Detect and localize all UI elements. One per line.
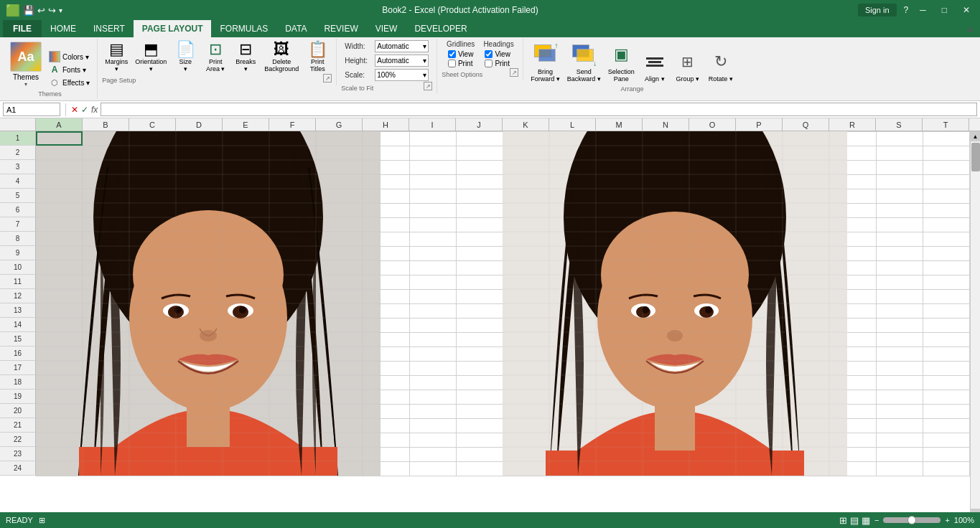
tab-file[interactable]: FILE <box>3 20 42 37</box>
col-header-E[interactable]: E <box>223 118 269 131</box>
scale-to-fit-group: Width: Automatic ▾ Height: Automatic ▾ S… <box>337 39 437 93</box>
selection-pane-button[interactable]: ▣ SelectionPane <box>605 40 638 84</box>
page-setup-launcher[interactable]: ↗ <box>323 74 332 82</box>
tab-view[interactable]: VIEW <box>367 20 406 37</box>
rotate-label: Rotate ▾ <box>709 75 733 82</box>
corner-cell <box>0 118 36 131</box>
group-button[interactable]: ⊞ Group ▾ <box>672 47 704 84</box>
zoom-thumb[interactable] <box>907 516 916 524</box>
tab-home[interactable]: HOME <box>42 20 85 37</box>
headings-print-check[interactable]: Print <box>483 59 513 68</box>
selection-pane-label: SelectionPane <box>608 68 635 82</box>
col-header-P[interactable]: P <box>736 118 783 131</box>
headings-view-checkbox[interactable] <box>485 50 493 58</box>
name-box[interactable] <box>3 103 60 116</box>
tab-page-layout[interactable]: PAGE LAYOUT <box>134 20 212 37</box>
gridlines-view-checkbox[interactable] <box>448 50 456 58</box>
minimize-button[interactable]: ─ <box>915 5 930 15</box>
headings-section: Headings View Print <box>483 40 513 68</box>
width-label: Width: <box>345 42 373 50</box>
redo-icon[interactable]: ↪ <box>48 5 56 16</box>
col-header-C[interactable]: C <box>129 118 176 131</box>
row-num-11: 11 <box>0 275 36 289</box>
colors-button[interactable]: Colors ▾ <box>46 50 93 63</box>
margins-label: Margins▾ <box>105 58 128 72</box>
fonts-button[interactable]: A Fonts ▾ <box>46 63 93 76</box>
restore-button[interactable]: □ <box>938 5 951 15</box>
col-header-G[interactable]: G <box>316 118 363 131</box>
size-button[interactable]: 📄 Size▾ <box>171 40 200 74</box>
tab-review[interactable]: REVIEW <box>315 20 366 37</box>
print-titles-button[interactable]: 📋 PrintTitles <box>303 40 332 74</box>
width-dropdown[interactable]: Automatic ▾ <box>375 40 429 52</box>
col-header-S[interactable]: S <box>876 118 923 131</box>
headings-header: Headings <box>483 40 513 48</box>
col-header-D[interactable]: D <box>176 118 223 131</box>
vertical-scrollbar[interactable]: ▲ ▼ <box>970 131 980 519</box>
send-backward-button[interactable]: ↓ SendBackward ▾ <box>564 40 604 84</box>
col-header-A[interactable]: A <box>36 118 83 131</box>
orientation-button[interactable]: ⬒ Orientation▾ <box>132 40 169 74</box>
sign-in-button[interactable]: Sign in <box>858 4 897 16</box>
background-button[interactable]: 🖼 DeleteBackground <box>261 40 302 74</box>
formula-input[interactable] <box>101 103 977 116</box>
zoom-in-icon[interactable]: + <box>945 516 949 524</box>
headings-view-check[interactable]: View <box>483 50 513 59</box>
page-layout-view-icon[interactable]: ▤ <box>850 515 859 526</box>
normal-view-icon[interactable]: ⊞ <box>839 515 847 526</box>
col-header-T[interactable]: T <box>923 118 969 131</box>
headings-print-checkbox[interactable] <box>485 60 493 67</box>
sheet-options-launcher[interactable]: ↗ <box>510 68 518 77</box>
cell-area[interactable] <box>36 131 970 519</box>
col-header-F[interactable]: F <box>269 118 316 131</box>
col-header-Q[interactable]: Q <box>783 118 829 131</box>
breaks-button[interactable]: ⊟ Breaks▾ <box>231 40 260 74</box>
effects-button[interactable]: ⬡ Effects ▾ <box>46 76 93 89</box>
scroll-thumb[interactable] <box>971 143 980 171</box>
page-break-view-icon[interactable]: ▦ <box>862 515 870 526</box>
function-icon[interactable]: fx <box>91 105 98 115</box>
col-header-R[interactable]: R <box>829 118 876 131</box>
rotate-button[interactable]: ↻ Rotate ▾ <box>705 47 737 84</box>
scale-launcher[interactable]: ↗ <box>424 82 432 90</box>
photo-left <box>36 131 381 476</box>
col-header-H[interactable]: H <box>363 118 409 131</box>
tab-developer[interactable]: DEVELOPER <box>406 20 475 37</box>
zoom-out-icon[interactable]: − <box>874 516 879 524</box>
col-header-U[interactable]: U <box>969 118 980 131</box>
print-area-button[interactable]: ⊡ PrintArea ▾ <box>201 40 230 74</box>
tab-data[interactable]: DATA <box>276 20 315 37</box>
tab-insert[interactable]: INSERT <box>85 20 134 37</box>
col-header-M[interactable]: M <box>596 118 643 131</box>
col-header-I[interactable]: I <box>409 118 456 131</box>
col-header-N[interactable]: N <box>643 118 689 131</box>
gridlines-print-check[interactable]: Print <box>447 59 475 68</box>
scale-dropdown[interactable]: 100% ▾ <box>375 69 429 81</box>
ribbon-expand-icon[interactable]: ▲ <box>966 24 974 33</box>
col-header-B[interactable]: B <box>83 118 129 131</box>
height-dropdown[interactable]: Automatic ▾ <box>375 55 429 67</box>
gridlines-print-checkbox[interactable] <box>448 60 456 67</box>
zoom-slider[interactable] <box>883 517 941 523</box>
col-header-K[interactable]: K <box>503 118 549 131</box>
tab-formulas[interactable]: FORMULAS <box>211 20 276 37</box>
confirm-formula-icon[interactable]: ✓ <box>81 105 88 115</box>
gridlines-view-check[interactable]: View <box>447 50 475 59</box>
col-header-J[interactable]: J <box>456 118 503 131</box>
bring-forward-button[interactable]: ↑ BringForward ▾ <box>528 40 563 84</box>
themes-button[interactable]: Aa Themes ▾ <box>7 40 45 89</box>
scroll-up-button[interactable]: ▲ <box>971 131 981 141</box>
undo-icon[interactable]: ↩ <box>37 5 45 16</box>
help-icon[interactable]: ? <box>904 5 909 15</box>
row-num-12: 12 <box>0 289 36 303</box>
macro-security-icon[interactable]: ⊞ <box>39 516 45 525</box>
margins-button[interactable]: ▤ Margins▾ <box>102 40 131 74</box>
col-header-L[interactable]: L <box>549 118 596 131</box>
close-button[interactable]: ✕ <box>958 5 974 15</box>
cancel-formula-icon[interactable]: ✕ <box>71 105 78 115</box>
save-icon[interactable]: 💾 <box>23 5 34 16</box>
align-button[interactable]: Align ▾ <box>639 47 671 84</box>
svg-point-8 <box>174 306 182 314</box>
scroll-track[interactable] <box>971 141 981 509</box>
col-header-O[interactable]: O <box>689 118 736 131</box>
